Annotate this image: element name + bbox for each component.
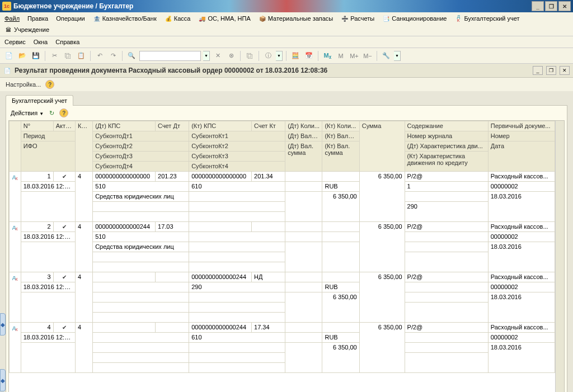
- menu-org[interactable]: 🏛Учреждение: [3, 25, 50, 35]
- dtkt-icon: ДК: [12, 275, 17, 280]
- settings-dropdown[interactable]: ▼: [394, 51, 401, 61]
- hdr-sdt1[interactable]: СубконтоДт1: [93, 131, 189, 141]
- menu-treasury[interactable]: 🏦Казначейство/Банк: [92, 13, 158, 23]
- info-dropdown[interactable]: ▼: [276, 51, 283, 61]
- menu-windows[interactable]: Окна: [32, 37, 49, 46]
- menu-assets[interactable]: 🚚ОС, НМА, НПА: [197, 13, 251, 23]
- panel-help-icon[interactable]: ?: [59, 108, 68, 117]
- check-icon: ✔: [62, 324, 67, 330]
- main-menu-row1: Файл Правка Операции 🏦Казначейство/Банк …: [0, 12, 573, 36]
- dtkt-icon: ДК: [454, 15, 462, 22]
- search-button[interactable]: 🔍: [126, 50, 137, 62]
- m-clear-button[interactable]: Mᵪ: [322, 50, 333, 62]
- hdr-period[interactable]: Период: [21, 131, 75, 141]
- menu-cashier[interactable]: 💰Касса: [163, 13, 192, 23]
- actions-menu[interactable]: Действия ▼: [11, 110, 44, 116]
- main-panel: Действия ▼ ↻ ? N° Актив... КФО (Дт) КПС …: [6, 105, 567, 392]
- m-button[interactable]: M: [335, 50, 346, 62]
- hdr-sdt2[interactable]: СубконтоДт2: [93, 141, 189, 152]
- settings-button[interactable]: 🔧: [381, 50, 392, 62]
- open-button[interactable]: 📂: [17, 50, 28, 62]
- hdr-dt-valsum[interactable]: (Дт) Вал. сумма: [285, 141, 322, 172]
- refresh-button[interactable]: ↻: [47, 108, 56, 117]
- table-row[interactable]: ДК4✔4000000000000024417.346 350,00Р/2@Ра…: [10, 323, 555, 333]
- hdr-content[interactable]: Содержание: [405, 121, 488, 131]
- paste-button[interactable]: 📋: [76, 50, 87, 62]
- hdr-active[interactable]: Актив...: [53, 121, 75, 131]
- hdr-dt-qty[interactable]: (Дт) Коли...: [285, 121, 322, 131]
- hdr-sum[interactable]: Сумма: [359, 121, 405, 172]
- doc-restore-button[interactable]: ❐: [546, 66, 556, 75]
- doc-minimize-button[interactable]: _: [533, 66, 543, 75]
- data-grid: N° Актив... КФО (Дт) КПС Счет Дт (Кт) КП…: [8, 120, 565, 392]
- hdr-dt-char[interactable]: (Дт) Характеристика дви...: [405, 141, 488, 152]
- check-icon: ✔: [62, 173, 67, 180]
- vertical-scrollbar[interactable]: [555, 121, 564, 392]
- menu-help[interactable]: Справка: [54, 37, 81, 46]
- tb-x1[interactable]: ✕: [212, 50, 223, 62]
- document-title: Результат проведения документа Расходный…: [15, 67, 529, 74]
- copy-button[interactable]: ⿻: [62, 50, 73, 62]
- menu-sanction[interactable]: 📑Санкционирование: [381, 13, 448, 23]
- hdr-kt-char[interactable]: (Кт) Характеристика движения по кредиту: [405, 152, 488, 172]
- hdr-acc-dt[interactable]: Счет Дт: [156, 121, 189, 131]
- undo-button[interactable]: ↶: [94, 50, 105, 62]
- menu-file[interactable]: Файл: [3, 13, 21, 23]
- toolbar: 📄 📂 💾 ✂ ⿻ 📋 ↶ ↷ 🔍 ▼ ✕ ⊗ ⿻ ⓘ ▼ 🧮 📅 Mᵪ M M…: [0, 48, 573, 64]
- hdr-kt-kps[interactable]: (Кт) КПС: [189, 121, 252, 131]
- close-button[interactable]: ✕: [558, 1, 571, 11]
- main-menu-row2: Сервис Окна Справка: [0, 36, 573, 48]
- hdr-date[interactable]: Дата: [488, 141, 555, 172]
- table-row[interactable]: ДК2✔4000000000000024417.036 350,00Р/2@Ра…: [10, 222, 555, 232]
- hdr-dt-val[interactable]: (Дт) Валю...: [285, 131, 322, 141]
- hdr-skt1[interactable]: СубконтоКт1: [189, 131, 285, 141]
- settings-link[interactable]: Настройка...: [6, 81, 41, 88]
- calc-button[interactable]: 🧮: [290, 50, 301, 62]
- calendar-button[interactable]: 📅: [303, 50, 314, 62]
- hdr-number[interactable]: Номер: [488, 131, 555, 141]
- tb-copy2[interactable]: ⿻: [244, 50, 255, 62]
- menu-stock[interactable]: 📦Материальные запасы: [257, 13, 335, 23]
- tb-x2[interactable]: ⊗: [226, 50, 237, 62]
- maximize-button[interactable]: ❐: [545, 1, 557, 11]
- hdr-ifo[interactable]: ИФО: [21, 141, 75, 172]
- menu-accounting[interactable]: ДКБухгалтерский учет: [453, 13, 520, 23]
- minimize-button[interactable]: _: [532, 1, 544, 11]
- menu-service[interactable]: Сервис: [3, 37, 27, 46]
- save-button[interactable]: 💾: [30, 50, 41, 62]
- cut-button[interactable]: ✂: [49, 50, 60, 62]
- m-plus-button[interactable]: M+: [349, 50, 360, 62]
- menu-edit[interactable]: Правка: [26, 13, 49, 23]
- menu-calc[interactable]: ➗Расчеты: [340, 13, 375, 23]
- hdr-skt2[interactable]: СубконтоКт2: [189, 141, 285, 152]
- table-row[interactable]: ДК3✔40000000000000244НД6 350,00Р/2@Расхо…: [10, 272, 555, 282]
- redo-button[interactable]: ↷: [107, 50, 119, 62]
- hdr-sdt4[interactable]: СубконтоДт4: [93, 162, 189, 172]
- hdr-marker[interactable]: [10, 121, 21, 172]
- hdr-prim[interactable]: Первичный докуме...: [488, 121, 555, 131]
- hdr-journal[interactable]: Номер журнала: [405, 131, 488, 141]
- search-input[interactable]: [139, 51, 201, 61]
- doc-close-button[interactable]: ✕: [560, 66, 570, 75]
- left-dock-handle-2[interactable]: ◆: [0, 369, 6, 391]
- m-minus-button[interactable]: M−: [362, 50, 373, 62]
- hdr-sdt3[interactable]: СубконтоДт3: [93, 152, 189, 162]
- info-button[interactable]: ⓘ: [262, 50, 274, 62]
- hdr-kt-valsum[interactable]: (Кт) Вал. сумма: [322, 141, 359, 172]
- table-row[interactable]: ДК1✔40000000000000000201.230000000000000…: [10, 172, 555, 182]
- menu-operations[interactable]: Операции: [55, 13, 86, 23]
- hdr-kt-qty[interactable]: (Кт) Коли...: [322, 121, 359, 131]
- hdr-kfo[interactable]: КФО: [76, 121, 93, 172]
- hdr-no[interactable]: N°: [21, 121, 53, 131]
- hdr-skt3[interactable]: СубконтоКт3: [189, 152, 285, 162]
- left-dock-handle-1[interactable]: ◆: [0, 313, 6, 336]
- search-dropdown[interactable]: ▼: [203, 51, 210, 61]
- tab-accounting[interactable]: Бухгалтерский учет: [6, 95, 73, 106]
- truck-icon: 🚚: [198, 15, 206, 22]
- help-icon[interactable]: ?: [45, 80, 54, 89]
- hdr-skt4[interactable]: СубконтоКт4: [189, 162, 285, 172]
- hdr-kt-val[interactable]: (Кт) Валю...: [322, 131, 359, 141]
- hdr-acc-kt[interactable]: Счет Кт: [252, 121, 285, 131]
- new-button[interactable]: 📄: [3, 50, 15, 62]
- hdr-dt-kps[interactable]: (Дт) КПС: [93, 121, 156, 131]
